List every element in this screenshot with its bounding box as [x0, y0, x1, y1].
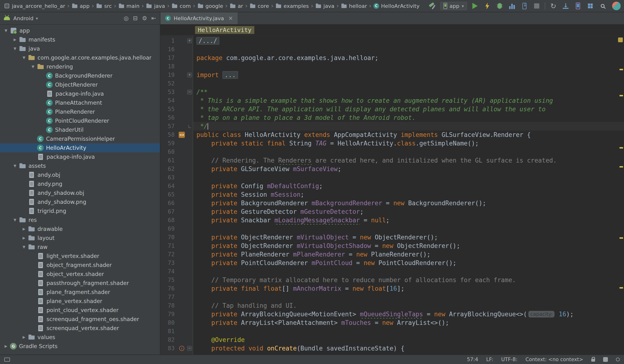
expand-arrow-icon[interactable]: ▼	[11, 164, 19, 168]
tree-item[interactable]: CCameraPermissionHelper	[0, 134, 160, 143]
expand-arrow-icon[interactable]: ▶	[20, 236, 28, 240]
file-encoding[interactable]: UTF-8:	[501, 357, 518, 362]
path-item[interactable]: com	[171, 3, 191, 9]
lock-icon[interactable]	[591, 359, 595, 362]
fold-marker[interactable]: +	[186, 71, 193, 79]
path-item[interactable]: examples	[275, 3, 309, 9]
code-area[interactable]: 1+/.../1617package com.google.ar.core.ex…	[160, 36, 624, 355]
related-files-gutter-icon[interactable]: <>	[178, 130, 186, 139]
expand-arrow-icon[interactable]: ▼	[2, 28, 10, 33]
inspection-indicator[interactable]	[618, 37, 623, 42]
tree-item[interactable]: screenquad_fragment_oes.shader	[0, 315, 160, 324]
warning-stripe[interactable]	[620, 287, 623, 288]
gradle-sync-icon[interactable]: ↻	[549, 2, 558, 10]
tree-item[interactable]: object_vertex.shader	[0, 270, 160, 279]
tree-item[interactable]: ▼rendering	[0, 62, 160, 71]
warning-stripe[interactable]	[620, 166, 623, 168]
code-line-text[interactable]: private BackgroundRenderer mBackgroundRe…	[193, 199, 624, 208]
tree-item[interactable]: package-info.java	[0, 152, 160, 161]
tree-item[interactable]: package-info.java	[0, 89, 160, 98]
tree-item[interactable]: ▼raw	[0, 242, 160, 252]
debug-button[interactable]	[495, 2, 504, 10]
tree-item[interactable]: ▶drawable	[0, 225, 160, 234]
code-line-text[interactable]: /.../	[193, 37, 624, 45]
path-item[interactable]: java	[315, 3, 335, 9]
event-log-icon[interactable]	[616, 358, 620, 361]
expand-arrow-icon[interactable]: ▶	[20, 227, 28, 231]
avd-manager-icon[interactable]	[574, 2, 582, 10]
code-line-text[interactable]: * the ARCore API. The application will d…	[193, 105, 624, 113]
search-icon[interactable]	[598, 2, 607, 10]
sdk-manager-icon[interactable]: ↓	[561, 2, 570, 10]
code-line-text[interactable]: private final float[] mAnchorMatrix = ne…	[193, 284, 624, 293]
path-item[interactable]: app	[71, 3, 90, 9]
tree-item[interactable]: trigrid.png	[0, 207, 160, 215]
code-line-text[interactable]	[193, 173, 624, 182]
path-item[interactable]: src	[96, 3, 112, 9]
code-line-text[interactable]	[193, 225, 624, 233]
expand-arrow-icon[interactable]: ▶	[20, 335, 28, 339]
tree-item[interactable]: CHelloArActivity	[0, 143, 160, 152]
tree-item[interactable]: andy.png	[0, 179, 160, 188]
path-item[interactable]: core	[249, 3, 269, 9]
code-line-text[interactable]	[193, 79, 624, 88]
code-line-text[interactable]: private ArrayBlockingQueue<MotionEvent> …	[193, 310, 624, 318]
code-line-text[interactable]: * tap on a plane to place a 3d model of …	[193, 113, 624, 122]
tree-item[interactable]: ▼assets	[0, 161, 160, 170]
tree-item[interactable]: CObjectRenderer	[0, 80, 160, 89]
tree-item[interactable]: ▼java	[0, 44, 160, 53]
code-line-text[interactable]: // Tap handling and UI.	[193, 301, 624, 310]
code-line-text[interactable]: private GestureDetector mGestureDetector…	[193, 208, 624, 216]
tree-item[interactable]: ▶GGradle Scripts	[0, 342, 160, 351]
tree-item[interactable]: andy_shadow.png	[0, 197, 160, 207]
collapse-all-icon[interactable]: ⊟	[133, 15, 138, 22]
tree-item[interactable]: ▶layout	[0, 234, 160, 242]
path-item[interactable]: main	[118, 3, 140, 9]
inspections-icon[interactable]	[603, 357, 608, 362]
expand-arrow-icon[interactable]: ▼	[29, 65, 37, 69]
tree-item[interactable]: passthrough_fragment.shader	[0, 279, 160, 287]
path-item[interactable]: CHelloArActivity	[373, 3, 420, 9]
expand-arrow-icon[interactable]: ▼	[11, 47, 19, 51]
fold-marker[interactable]: −	[186, 344, 193, 353]
code-line-text[interactable]: // Rendering. The Renderers are created …	[193, 156, 624, 165]
code-line-text[interactable]: package com.google.ar.core.examples.java…	[193, 54, 624, 62]
code-line-text[interactable]: import ...	[193, 71, 624, 79]
tree-item[interactable]: ▼app	[0, 26, 160, 35]
code-line-text[interactable]: private ObjectRenderer mVirtualObject = …	[193, 233, 624, 242]
warning-stripe[interactable]	[620, 237, 623, 239]
code-line-text[interactable]	[193, 45, 624, 54]
tree-item[interactable]: andy_shadow.obj	[0, 188, 160, 197]
tree-item[interactable]: screenquad_vertex.shader	[0, 324, 160, 333]
code-line-text[interactable]: public class HelloArActivity extends App…	[193, 130, 624, 139]
project-view-selector[interactable]: Android ▾	[4, 15, 38, 21]
path-item[interactable]: java_arcore_hello_ar	[3, 3, 65, 9]
profiler-button[interactable]	[508, 2, 516, 10]
tree-item[interactable]: ▶values	[0, 333, 160, 342]
expand-arrow-icon[interactable]: ▼	[20, 55, 28, 60]
code-line-text[interactable]: private static final String TAG = HelloA…	[193, 139, 624, 148]
code-line-text[interactable]: * This is a simple example that shows ho…	[193, 96, 624, 105]
code-line-text[interactable]: /**	[193, 88, 624, 96]
avatar-icon[interactable]	[612, 2, 621, 10]
code-line-text[interactable]: */	[193, 122, 624, 130]
tree-item[interactable]: CPlaneRenderer	[0, 107, 160, 116]
code-line-text[interactable]: protected void onCreate(Bundle savedInst…	[193, 344, 624, 353]
expand-arrow-icon[interactable]: ▼	[11, 218, 19, 222]
build-hammer-icon[interactable]	[428, 2, 437, 10]
tree-item[interactable]: ▼com.google.ar.core.examples.java.helloa…	[0, 53, 160, 62]
path-item[interactable]: ar	[229, 3, 244, 9]
line-separator[interactable]: LF:	[486, 357, 493, 362]
breadcrumb-class-chip[interactable]: HelloArActivity	[195, 26, 254, 34]
expand-arrow-icon[interactable]: ▼	[20, 245, 28, 249]
tab-helloaractivity-java[interactable]: C HelloArActivity.java ×	[160, 12, 238, 24]
path-item[interactable]: google	[197, 3, 224, 9]
caret-position[interactable]: 57:4	[467, 357, 478, 362]
tree-item[interactable]: plane_vertex.shader	[0, 297, 160, 306]
hide-panel-icon[interactable]: ⇤	[151, 15, 156, 22]
code-line-text[interactable]	[193, 327, 624, 336]
code-line-text[interactable]: @Override	[193, 336, 624, 344]
tree-item[interactable]: point_cloud_vertex.shader	[0, 306, 160, 315]
tree-item[interactable]: CPointCloudRenderer	[0, 116, 160, 125]
code-line-text[interactable]	[193, 293, 624, 301]
